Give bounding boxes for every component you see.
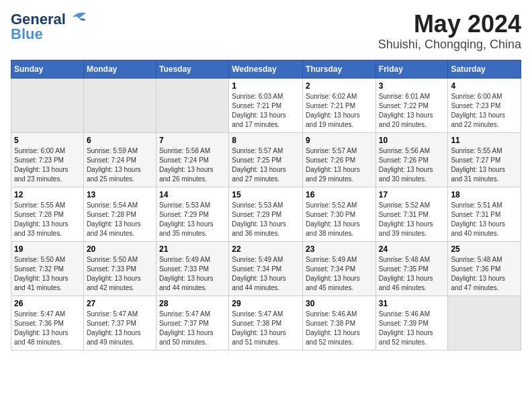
day-info: Sunrise: 5:57 AM Sunset: 7:25 PM Dayligh… [232,146,300,184]
calendar-cell: 3Sunrise: 6:01 AM Sunset: 7:22 PM Daylig… [375,78,448,132]
calendar-cell: 5Sunrise: 6:00 AM Sunset: 7:23 PM Daylig… [11,132,84,187]
day-info: Sunrise: 5:46 AM Sunset: 7:39 PM Dayligh… [379,310,445,347]
calendar-cell: 16Sunrise: 5:52 AM Sunset: 7:30 PM Dayli… [303,187,376,241]
calendar-cell: 4Sunrise: 6:00 AM Sunset: 7:23 PM Daylig… [448,78,521,132]
day-number: 9 [306,136,373,145]
day-number: 26 [14,299,81,308]
day-number: 21 [159,244,226,254]
day-info: Sunrise: 5:53 AM Sunset: 7:29 PM Dayligh… [232,201,300,238]
day-info: Sunrise: 6:00 AM Sunset: 7:23 PM Dayligh… [451,92,518,130]
day-number: 2 [306,81,373,91]
week-row-1: 1Sunrise: 6:03 AM Sunset: 7:21 PM Daylig… [11,78,521,132]
day-number: 27 [87,299,153,308]
day-number: 23 [306,244,373,254]
day-number: 12 [14,190,81,199]
day-number: 5 [14,136,81,145]
calendar-cell: 13Sunrise: 5:54 AM Sunset: 7:28 PM Dayli… [83,187,156,241]
calendar-cell: 23Sunrise: 5:49 AM Sunset: 7:34 PM Dayli… [303,241,376,295]
day-number: 19 [14,244,81,254]
calendar-cell: 25Sunrise: 5:48 AM Sunset: 7:36 PM Dayli… [448,241,521,295]
day-info: Sunrise: 5:50 AM Sunset: 7:33 PM Dayligh… [87,255,153,293]
header-monday: Monday [83,60,156,78]
calendar-cell [448,295,521,350]
day-info: Sunrise: 5:51 AM Sunset: 7:31 PM Dayligh… [451,201,518,238]
day-number: 29 [232,299,300,308]
day-number: 16 [306,190,373,199]
day-info: Sunrise: 5:46 AM Sunset: 7:38 PM Dayligh… [306,310,373,347]
header-saturday: Saturday [448,60,521,78]
day-number: 8 [232,136,300,145]
day-info: Sunrise: 6:03 AM Sunset: 7:21 PM Dayligh… [232,92,300,130]
day-number: 13 [87,190,153,199]
calendar-cell: 21Sunrise: 5:49 AM Sunset: 7:33 PM Dayli… [156,241,228,295]
day-info: Sunrise: 5:54 AM Sunset: 7:28 PM Dayligh… [87,201,153,238]
day-number: 6 [87,136,153,145]
week-row-5: 26Sunrise: 5:47 AM Sunset: 7:36 PM Dayli… [11,295,521,350]
day-info: Sunrise: 5:58 AM Sunset: 7:24 PM Dayligh… [159,146,226,184]
day-number: 18 [451,190,518,199]
day-number: 4 [451,81,518,91]
calendar-cell: 27Sunrise: 5:47 AM Sunset: 7:37 PM Dayli… [83,295,156,350]
day-info: Sunrise: 5:52 AM Sunset: 7:30 PM Dayligh… [306,201,373,238]
calendar-cell: 2Sunrise: 6:02 AM Sunset: 7:21 PM Daylig… [303,78,376,132]
calendar-cell [156,78,228,132]
calendar-cell: 17Sunrise: 5:52 AM Sunset: 7:31 PM Dayli… [375,187,448,241]
calendar-table: SundayMondayTuesdayWednesdayThursdayFrid… [11,60,521,351]
day-info: Sunrise: 5:48 AM Sunset: 7:36 PM Dayligh… [451,255,518,293]
day-number: 31 [379,299,445,308]
calendar-cell: 6Sunrise: 5:59 AM Sunset: 7:24 PM Daylig… [83,132,156,187]
day-info: Sunrise: 5:49 AM Sunset: 7:34 PM Dayligh… [306,255,373,293]
day-info: Sunrise: 5:47 AM Sunset: 7:36 PM Dayligh… [14,310,81,347]
day-info: Sunrise: 6:00 AM Sunset: 7:23 PM Dayligh… [14,146,81,184]
calendar-cell: 1Sunrise: 6:03 AM Sunset: 7:21 PM Daylig… [229,78,303,132]
day-info: Sunrise: 5:47 AM Sunset: 7:38 PM Dayligh… [232,310,300,347]
calendar-cell: 29Sunrise: 5:47 AM Sunset: 7:38 PM Dayli… [229,295,303,350]
calendar-cell [11,78,84,132]
calendar-cell: 20Sunrise: 5:50 AM Sunset: 7:33 PM Dayli… [83,241,156,295]
page-header: General Blue May 2024 Shuishi, Chongqing… [11,11,521,52]
calendar-cell: 28Sunrise: 5:47 AM Sunset: 7:37 PM Dayli… [156,295,228,350]
day-info: Sunrise: 5:55 AM Sunset: 7:27 PM Dayligh… [451,146,518,184]
calendar-cell: 11Sunrise: 5:55 AM Sunset: 7:27 PM Dayli… [448,132,521,187]
day-info: Sunrise: 5:47 AM Sunset: 7:37 PM Dayligh… [159,310,226,347]
logo-bird-icon [67,11,89,26]
calendar-location: Shuishi, Chongqing, China [378,38,521,52]
day-info: Sunrise: 5:59 AM Sunset: 7:24 PM Dayligh… [87,146,153,184]
day-number: 3 [379,81,445,91]
calendar-cell: 12Sunrise: 5:55 AM Sunset: 7:28 PM Dayli… [11,187,84,241]
day-number: 28 [159,299,226,308]
calendar-cell: 24Sunrise: 5:48 AM Sunset: 7:35 PM Dayli… [375,241,448,295]
day-info: Sunrise: 5:52 AM Sunset: 7:31 PM Dayligh… [379,201,445,238]
day-number: 20 [87,244,153,254]
week-row-2: 5Sunrise: 6:00 AM Sunset: 7:23 PM Daylig… [11,132,521,187]
calendar-cell: 8Sunrise: 5:57 AM Sunset: 7:25 PM Daylig… [229,132,303,187]
logo: General Blue [11,11,89,43]
week-row-3: 12Sunrise: 5:55 AM Sunset: 7:28 PM Dayli… [11,187,521,241]
day-info: Sunrise: 5:50 AM Sunset: 7:32 PM Dayligh… [14,255,81,293]
day-number: 24 [379,244,445,254]
day-info: Sunrise: 5:48 AM Sunset: 7:35 PM Dayligh… [379,255,445,293]
logo-blue-text: Blue [11,26,43,42]
calendar-cell: 7Sunrise: 5:58 AM Sunset: 7:24 PM Daylig… [156,132,228,187]
calendar-cell: 10Sunrise: 5:56 AM Sunset: 7:26 PM Dayli… [375,132,448,187]
header-tuesday: Tuesday [156,60,228,78]
day-number: 10 [379,136,445,145]
header-friday: Friday [375,60,448,78]
calendar-cell: 31Sunrise: 5:46 AM Sunset: 7:39 PM Dayli… [375,295,448,350]
day-info: Sunrise: 5:49 AM Sunset: 7:34 PM Dayligh… [232,255,300,293]
header-row: SundayMondayTuesdayWednesdayThursdayFrid… [11,60,521,78]
header-sunday: Sunday [11,60,84,78]
week-row-4: 19Sunrise: 5:50 AM Sunset: 7:32 PM Dayli… [11,241,521,295]
title-block: May 2024 Shuishi, Chongqing, China [378,11,521,52]
day-info: Sunrise: 5:53 AM Sunset: 7:29 PM Dayligh… [159,201,226,238]
day-number: 17 [379,190,445,199]
day-info: Sunrise: 6:02 AM Sunset: 7:21 PM Dayligh… [306,92,373,130]
day-number: 15 [232,190,300,199]
calendar-title: May 2024 [378,11,521,38]
calendar-cell: 26Sunrise: 5:47 AM Sunset: 7:36 PM Dayli… [11,295,84,350]
day-number: 11 [451,136,518,145]
header-thursday: Thursday [303,60,376,78]
calendar-cell: 15Sunrise: 5:53 AM Sunset: 7:29 PM Dayli… [229,187,303,241]
calendar-cell: 22Sunrise: 5:49 AM Sunset: 7:34 PM Dayli… [229,241,303,295]
day-number: 22 [232,244,300,254]
